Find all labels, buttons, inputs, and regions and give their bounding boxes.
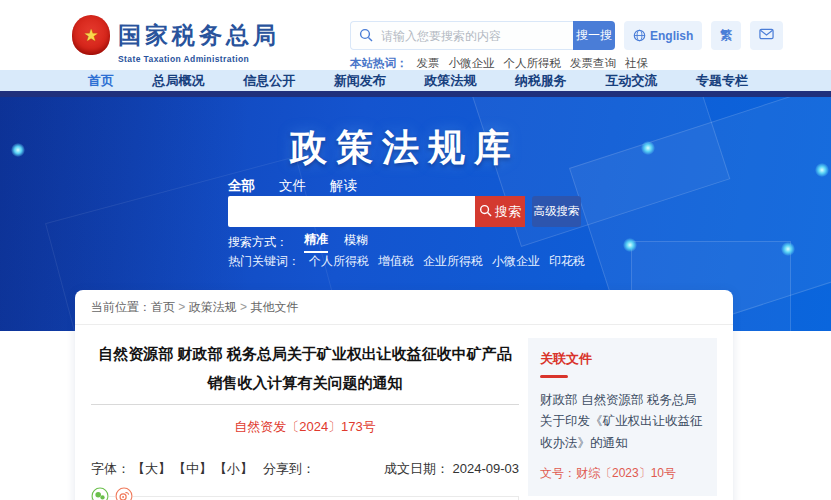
hot-keywords-row: 热门关键词： 个人所得税 增值税 企业所得税 小微企业 印花税	[228, 253, 585, 270]
wechat-share-icon[interactable]	[91, 487, 109, 500]
header-search-box	[350, 21, 573, 50]
banner-glow-dot	[815, 163, 829, 177]
hot-word[interactable]: 个人所得税	[504, 56, 562, 71]
hot-words-label: 本站热词：	[350, 56, 408, 71]
site-logo-text[interactable]: 国家税务总局 State Taxation Administration	[118, 20, 280, 64]
english-button[interactable]: English	[624, 21, 702, 50]
site-hot-words: 本站热词： 发票 小微企业 个人所得税 发票查询 社保	[350, 56, 648, 71]
font-size-label: 字体：	[91, 460, 130, 478]
page: ★ 国家税务总局 State Taxation Administration 搜…	[0, 0, 831, 500]
breadcrumb: 当前位置： 首页 政策法规 其他文件	[75, 290, 733, 325]
main-nav: 首页 总局概况 信息公开 新闻发布 政策法规 纳税服务 互动交流 专题专栏	[0, 70, 831, 91]
header-search-input[interactable]	[350, 21, 573, 50]
related-documents-panel: 关联文件 财政部 自然资源部 税务总局关于印发《矿业权出让收益征收办法》的通知 …	[528, 338, 717, 496]
nav-item-interaction[interactable]: 互动交流	[605, 72, 657, 90]
header-search-button[interactable]: 搜一搜	[573, 21, 615, 50]
nav-item-news[interactable]: 新闻发布	[334, 72, 386, 90]
keyword[interactable]: 企业所得税	[423, 253, 483, 270]
related-number-label: 文号：	[540, 466, 576, 480]
keyword[interactable]: 个人所得税	[309, 253, 369, 270]
breadcrumb-home[interactable]: 首页	[151, 299, 175, 316]
keyword[interactable]: 小微企业	[492, 253, 540, 270]
banner-glow-dot	[11, 143, 25, 157]
search-mode-label: 搜索方式：	[228, 234, 288, 251]
site-header: ★ 国家税务总局 State Taxation Administration 搜…	[0, 0, 831, 70]
font-small-button[interactable]: 【小】	[214, 460, 253, 478]
mail-icon	[759, 28, 774, 43]
nav-item-policy[interactable]: 政策法规	[424, 72, 476, 90]
advanced-search-button[interactable]: 高级搜索	[532, 196, 581, 227]
mail-button[interactable]	[750, 21, 783, 50]
keyword[interactable]: 印花税	[549, 253, 585, 270]
related-document-number: 文号：财综〔2023〕10号	[540, 465, 705, 482]
policy-search-button[interactable]: 搜索	[475, 196, 525, 227]
nav-item-disclosure[interactable]: 信息公开	[243, 72, 295, 90]
star-icon: ★	[83, 27, 98, 44]
mode-precise[interactable]: 精准	[304, 231, 328, 253]
title-divider	[91, 404, 519, 405]
site-subtitle: State Taxation Administration	[118, 54, 280, 64]
hot-word[interactable]: 小微企业	[449, 56, 495, 71]
article-column: 自然资源部 财政部 税务总局关于矿业权出让收益征收中矿产品销售收入计算有关问题的…	[91, 325, 519, 500]
publish-date: 2024-09-03	[453, 461, 520, 476]
nav-item-overview[interactable]: 总局概况	[153, 72, 205, 90]
nav-item-special[interactable]: 专题专栏	[696, 72, 748, 90]
traditional-chinese-button[interactable]: 繁	[711, 21, 741, 50]
hot-word[interactable]: 发票	[417, 56, 440, 71]
document-number: 自然资发〔2024〕173号	[91, 418, 519, 436]
related-documents-title: 关联文件	[540, 350, 705, 368]
search-icon	[359, 28, 373, 46]
share-label: 分享到：	[263, 460, 315, 478]
search-icon	[479, 204, 492, 220]
banner-glow-dot	[781, 242, 795, 256]
breadcrumb-other-docs[interactable]: 其他文件	[237, 299, 299, 316]
weibo-share-icon[interactable]	[115, 487, 133, 500]
article-title: 自然资源部 财政部 税务总局关于矿业权出让收益征收中矿产品销售收入计算有关问题的…	[91, 339, 519, 398]
article-meta-row: 字体： 【大】 【中】 【小】 分享到： 成文日期： 2024-09-03	[91, 460, 519, 478]
search-mode-row: 搜索方式： 精准 模糊	[228, 231, 368, 253]
related-number-value: 财综〔2023〕10号	[576, 466, 676, 480]
share-row	[91, 487, 519, 500]
related-document-link[interactable]: 财政部 自然资源部 税务总局关于印发《矿业权出让收益征收办法》的通知	[540, 390, 705, 454]
breadcrumb-policy[interactable]: 政策法规	[175, 299, 237, 316]
banner-glow-dot	[623, 238, 637, 252]
globe-icon	[633, 29, 646, 42]
keyword[interactable]: 增值税	[378, 253, 414, 270]
policy-search-bar: 搜索 高级搜索	[228, 196, 581, 227]
national-emblem-logo: ★	[72, 15, 110, 55]
site-title: 国家税务总局	[118, 20, 280, 51]
content-card: 当前位置： 首页 政策法规 其他文件 自然资源部 财政部 税务总局关于矿业权出让…	[75, 290, 733, 500]
policy-library-title: 政策法规库	[75, 123, 735, 173]
policy-search-label: 搜索	[495, 203, 521, 221]
header-search-area: 搜一搜 English 繁	[350, 21, 783, 50]
hot-word[interactable]: 社保	[625, 56, 648, 71]
related-title-underline	[540, 375, 568, 378]
hot-word[interactable]: 发票查询	[570, 56, 616, 71]
font-large-button[interactable]: 【大】	[132, 460, 171, 478]
font-medium-button[interactable]: 【中】	[173, 460, 212, 478]
english-label: English	[650, 29, 693, 43]
policy-search-input[interactable]	[228, 196, 475, 227]
hot-keywords-label: 热门关键词：	[228, 253, 300, 270]
breadcrumb-label: 当前位置：	[91, 299, 151, 316]
nav-item-tax-service[interactable]: 纳税服务	[515, 72, 567, 90]
date-label: 成文日期：	[384, 461, 449, 476]
nav-item-home[interactable]: 首页	[88, 72, 114, 90]
mode-fuzzy[interactable]: 模糊	[344, 232, 368, 252]
